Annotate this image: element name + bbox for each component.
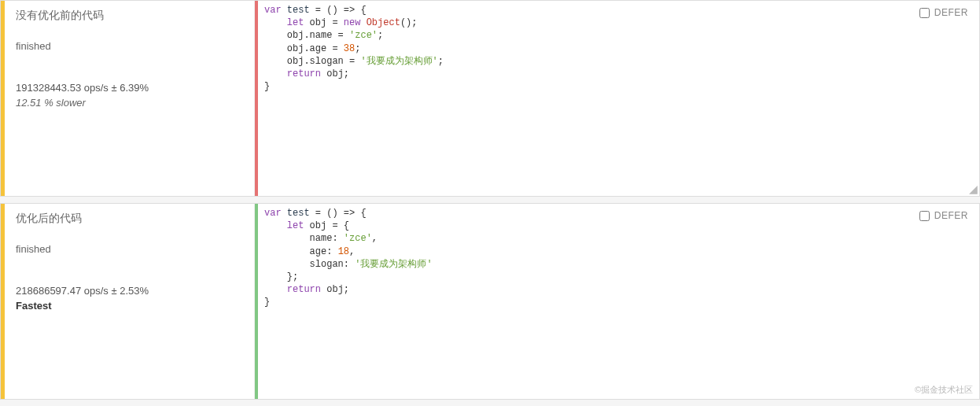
watermark: ©掘金技术社区	[915, 384, 973, 396]
ops-per-second: 191328443.53 ops/s ± 6.39%	[16, 82, 243, 94]
test-title[interactable]: 优化后的代码	[16, 212, 243, 226]
code-editor[interactable]: var test = () => { let obj = { name: 'zc…	[258, 204, 979, 399]
benchmark-test-row: 优化后的代码finished218686597.47 ops/s ± 2.53%…	[0, 203, 980, 400]
defer-toggle[interactable]: DEFER	[919, 7, 968, 18]
defer-label: DEFER	[934, 7, 968, 18]
benchmark-test-row: 没有优化前的代码finished191328443.53 ops/s ± 6.3…	[0, 0, 980, 197]
test-title[interactable]: 没有优化前的代码	[16, 9, 243, 23]
code-panel: var test = () => { let obj = { name: 'zc…	[255, 204, 979, 399]
test-result: Fastest	[16, 300, 243, 312]
defer-label: DEFER	[934, 210, 968, 221]
defer-checkbox[interactable]	[919, 211, 930, 221]
test-result: 12.51 % slower	[16, 97, 243, 109]
defer-toggle[interactable]: DEFER	[919, 210, 968, 221]
code-editor[interactable]: var test = () => { let obj = new Object(…	[258, 1, 979, 196]
test-info-panel: 优化后的代码finished218686597.47 ops/s ± 2.53%…	[5, 204, 255, 399]
ops-per-second: 218686597.47 ops/s ± 2.53%	[16, 285, 243, 297]
test-info-panel: 没有优化前的代码finished191328443.53 ops/s ± 6.3…	[5, 1, 255, 196]
code-panel: var test = () => { let obj = new Object(…	[255, 1, 979, 196]
test-status: finished	[16, 243, 243, 255]
test-status: finished	[16, 40, 243, 52]
defer-checkbox[interactable]	[919, 8, 930, 18]
